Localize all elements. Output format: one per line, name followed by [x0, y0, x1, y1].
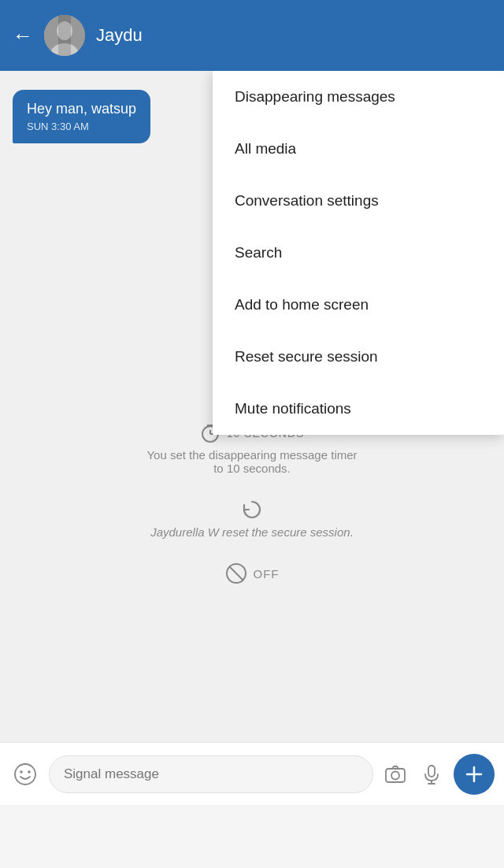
svg-rect-3 — [58, 15, 71, 56]
chat-area: Hey man, watsup SUN 3:30 AM 10 SECONDS Y… — [0, 71, 504, 805]
menu-item-mute-notifications[interactable]: Mute notifications — [213, 383, 504, 435]
avatar[interactable] — [44, 15, 85, 56]
back-button[interactable]: ← — [13, 24, 33, 48]
dropdown-overlay[interactable]: Disappearing messagesAll mediaConversati… — [0, 71, 504, 805]
menu-item-disappearing-messages[interactable]: Disappearing messages — [213, 71, 504, 123]
menu-item-search[interactable]: Search — [213, 227, 504, 279]
menu-item-reset-secure-session[interactable]: Reset secure session — [213, 331, 504, 383]
dropdown-menu: Disappearing messagesAll mediaConversati… — [213, 71, 504, 435]
menu-item-conversation-settings[interactable]: Conversation settings — [213, 175, 504, 227]
menu-item-all-media[interactable]: All media — [213, 123, 504, 175]
menu-item-add-to-home-screen[interactable]: Add to home screen — [213, 279, 504, 331]
contact-name: Jaydu — [96, 25, 143, 46]
chat-header: ← Jaydu — [0, 0, 504, 71]
